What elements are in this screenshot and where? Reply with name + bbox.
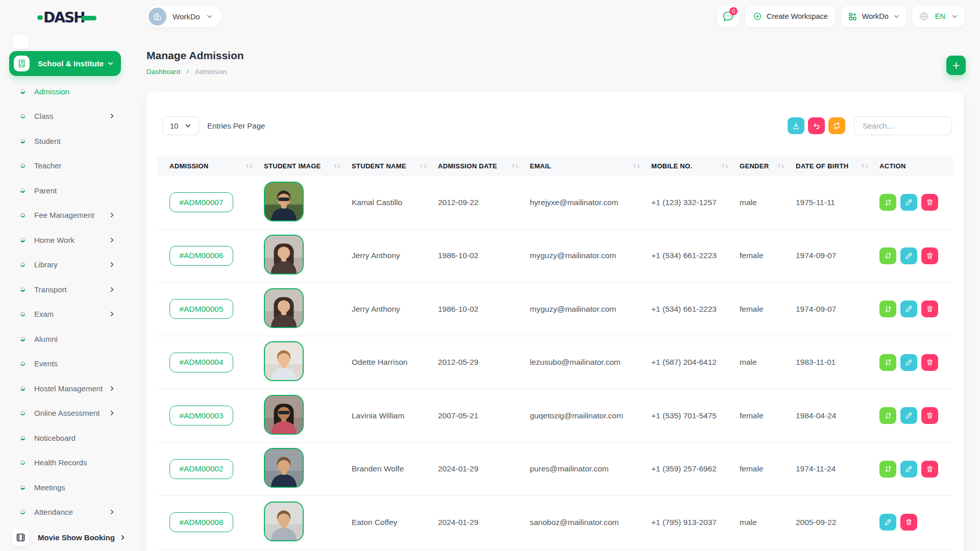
sidebar-item-transport[interactable]: Transport (0, 277, 136, 302)
sidebar-item-events[interactable]: Events (0, 352, 136, 377)
bullet-icon (20, 312, 25, 316)
column-header-admission-date[interactable]: ADMISSION DATE↑↓ (434, 162, 526, 170)
sort-icon[interactable]: ↑↓ (333, 163, 340, 169)
sort-icon[interactable]: ↑↓ (245, 163, 253, 169)
student-name-cell: Branden Wolfe (348, 464, 434, 473)
chevron-down-icon (107, 60, 114, 67)
sidebar-item-home-work[interactable]: Home Work (0, 228, 136, 253)
language-code: EN (935, 12, 945, 20)
sidebar-item-health-records[interactable]: Health Records (0, 450, 136, 475)
chevron-right-icon (185, 69, 190, 74)
sidebar-section-school-institute[interactable]: School & Institute (9, 51, 121, 76)
edit-button[interactable] (900, 247, 917, 264)
sidebar-item-label: Hostel Management (34, 384, 103, 393)
chevron-down-icon (206, 13, 213, 20)
swap-student-button[interactable] (879, 194, 896, 211)
sidebar-item-parent[interactable]: Parent (0, 178, 136, 203)
swap-student-button[interactable] (879, 354, 896, 371)
add-admission-button[interactable] (946, 56, 966, 75)
delete-button[interactable] (921, 407, 938, 424)
sidebar-item-online-assessment[interactable]: Online Assessment (0, 401, 136, 426)
sidebar-item-student[interactable]: Student (0, 129, 136, 154)
sort-icon[interactable]: ↑↓ (777, 163, 785, 169)
delete-button[interactable] (921, 194, 938, 211)
column-header-gender[interactable]: GENDER↑↓ (736, 162, 792, 170)
breadcrumb-dashboard[interactable]: Dashboard (146, 68, 180, 76)
sidebar: School & Institute AdmissionClassStudent… (0, 31, 136, 551)
edit-button[interactable] (900, 407, 917, 424)
sidebar-item-class[interactable]: Class (0, 104, 136, 129)
edit-button[interactable] (900, 300, 917, 317)
swap-student-button[interactable] (879, 300, 896, 317)
sidebar-item-attendance[interactable]: Attendance (0, 500, 136, 525)
column-header-email[interactable]: EMAIL↑↓ (526, 162, 647, 170)
student-photo (264, 448, 304, 488)
chevron-right-icon (109, 385, 115, 392)
swap-student-button[interactable] (879, 407, 896, 424)
swap-student-button[interactable] (879, 247, 896, 264)
sidebar-item-hostel-management[interactable]: Hostel Management (0, 376, 136, 401)
chevron-right-icon (109, 410, 115, 416)
sort-icon[interactable]: ↑↓ (419, 163, 427, 169)
export-button[interactable] (788, 117, 804, 134)
table-row: #ADM00006Jerry Anthony1986-10-02myguzy@m… (157, 230, 953, 283)
search-input[interactable] (854, 116, 952, 135)
student-image-cell (260, 288, 348, 330)
delete-button[interactable] (921, 247, 938, 264)
swap-student-button[interactable] (879, 461, 896, 478)
delete-button[interactable] (921, 354, 938, 371)
sidebar-item-meetings[interactable]: Meetings (0, 475, 136, 500)
sidebar-item-exam[interactable]: Exam (0, 302, 136, 327)
workspace-switcher[interactable]: WorkDo (146, 6, 222, 27)
sidebar-item-label: Noticeboard (34, 434, 76, 442)
gender-cell: female (736, 251, 792, 260)
chat-button[interactable]: 0 (717, 6, 740, 27)
email-cell: myguzy@mailinator.com (526, 251, 647, 260)
breadcrumb: Dashboard Admission (146, 68, 227, 76)
column-header-student-name[interactable]: STUDENT NAME↑↓ (348, 162, 434, 170)
sidebar-item-admission[interactable]: Admission (0, 79, 136, 104)
edit-button[interactable] (900, 461, 917, 478)
sidebar-item-label: Fee Management (34, 211, 94, 219)
edit-button[interactable] (900, 194, 917, 211)
sidebar-item-movie-show-booking[interactable]: Movie Show Booking (0, 529, 136, 546)
language-selector[interactable]: EN (912, 6, 965, 27)
student-name-cell: Lavinia William (348, 411, 434, 420)
column-header-mobile-no-[interactable]: MOBILE NO.↑↓ (647, 162, 736, 170)
column-label: ADMISSION DATE (438, 162, 497, 170)
bullet-icon (20, 361, 25, 366)
column-header-date-of-birth[interactable]: DATE OF BIRTH↑↓ (792, 162, 875, 170)
student-photo (264, 182, 304, 221)
dash-logo[interactable]: DASH (37, 11, 96, 24)
sidebar-item-noticeboard[interactable]: Noticeboard (0, 425, 136, 450)
bullet-icon (20, 287, 25, 292)
column-header-admission[interactable]: ADMISSION↑↓ (157, 162, 260, 170)
workdo-menu[interactable]: WorkDo (841, 6, 906, 27)
sort-icon[interactable]: ↑↓ (861, 163, 868, 169)
sort-icon[interactable]: ↑↓ (721, 163, 728, 169)
delete-button[interactable] (921, 461, 938, 478)
edit-button[interactable] (900, 354, 917, 371)
refresh-button[interactable] (828, 117, 845, 134)
column-label: EMAIL (530, 162, 551, 170)
gender-cell: male (736, 198, 792, 207)
sidebar-item-label: Meetings (34, 483, 65, 492)
sidebar-collapse-tab[interactable] (12, 35, 29, 49)
reset-button[interactable] (808, 117, 825, 134)
sidebar-item-fee-management[interactable]: Fee Management (0, 203, 136, 228)
table-row: #ADM00003Lavinia William2007-05-21guqeto… (157, 389, 953, 443)
column-header-student-image[interactable]: STUDENT IMAGE↑↓ (260, 162, 348, 170)
chevron-right-icon (109, 261, 115, 268)
create-workspace-button[interactable]: Create Workspace (745, 6, 836, 27)
sort-icon[interactable]: ↑↓ (632, 163, 640, 169)
entries-per-page-select[interactable]: 10 (162, 116, 199, 135)
delete-button[interactable] (921, 300, 938, 317)
table-row: #ADM00004Odette Harrison2012-05-29lezusu… (157, 336, 953, 390)
sort-icon[interactable]: ↑↓ (511, 163, 519, 169)
edit-button[interactable] (879, 514, 896, 531)
bullet-icon (20, 386, 25, 391)
sidebar-item-teacher[interactable]: Teacher (0, 154, 136, 179)
sidebar-item-alumni[interactable]: Alumni (0, 327, 136, 352)
delete-button[interactable] (900, 514, 917, 531)
sidebar-item-library[interactable]: Library (0, 253, 136, 278)
